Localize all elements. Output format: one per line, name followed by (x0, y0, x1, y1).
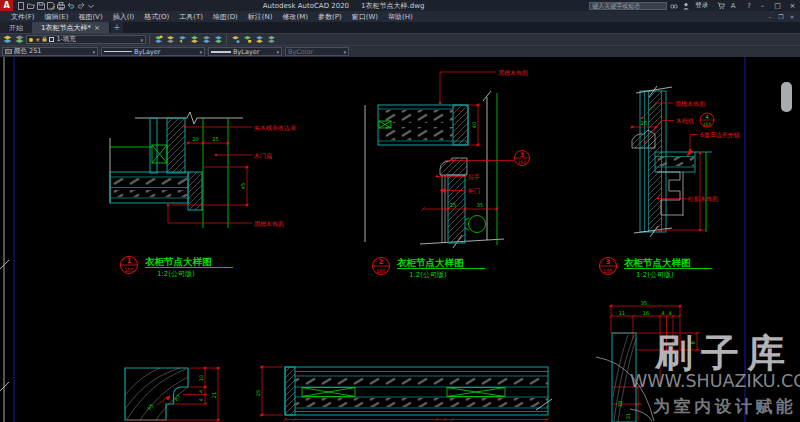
qat-customize-dropdown-icon[interactable] (86, 1, 95, 10)
window-title-product: Autodesk AutoCAD 2020 (257, 2, 355, 10)
drawing-canvas[interactable]: 20 25 45 实木线条收边条 木门扇 黑檀木饰面 1 155 衣柜节点大样图… (0, 57, 800, 422)
d2-detail-marker: 3 155 (515, 151, 530, 166)
lineweight-caret-icon[interactable]: ▾ (276, 49, 279, 55)
doc-close-button[interactable]: × (787, 13, 797, 20)
menu-item-edit[interactable]: 编辑(E) (40, 12, 74, 22)
detail-drawing-1: 20 25 45 实木线条收边条 木门扇 黑檀木饰面 (110, 112, 296, 228)
d2-annotation-door: 柜门 (467, 187, 480, 194)
layer-color-swatch[interactable] (49, 37, 54, 42)
d1-dim-25: 25 (212, 136, 218, 142)
layer-tool-previous-icon[interactable] (177, 35, 187, 45)
bl-dim-10: 10 (198, 375, 204, 381)
br-dim-total: 35 (641, 300, 647, 306)
layer-tool-off-icon[interactable] (230, 35, 240, 45)
menu-item-modify[interactable]: 修改(M) (277, 12, 313, 22)
linetype-label: ByLayer (134, 48, 160, 56)
signin-avatar-icon[interactable] (681, 1, 691, 11)
layer-dropdown[interactable]: ☀ 1-填充 ▾ (26, 35, 146, 44)
qat-redo-icon[interactable] (76, 1, 85, 10)
layer-properties-icon[interactable] (2, 35, 12, 45)
menu-item-tools[interactable]: 工具(T) (174, 12, 208, 22)
doc-minimize-button[interactable]: – (765, 13, 775, 20)
panel-bottom-middle: 25 (255, 365, 552, 421)
search-binoculars-icon[interactable] (669, 1, 679, 11)
window-title: Autodesk AutoCAD 20201衣柜节点大样.dwg (98, 1, 589, 11)
svg-text:2: 2 (379, 258, 384, 266)
color-caret-icon[interactable]: ▾ (92, 49, 95, 55)
layer-tool-match-icon[interactable] (165, 35, 175, 45)
toolbar-separator (149, 35, 150, 44)
layer-dropdown-caret-icon[interactable]: ▾ (140, 37, 143, 43)
menu-item-parametric[interactable]: 参数(P) (313, 12, 347, 22)
layer-tool-freeze-icon[interactable] (213, 35, 223, 45)
svg-text:155: 155 (124, 267, 134, 273)
layer-states-icon[interactable] (14, 35, 24, 45)
svg-text:衣柜节点大样图: 衣柜节点大样图 (623, 257, 691, 268)
quick-access-toolbar (13, 1, 98, 10)
detail-title-1: 1 155 衣柜节点大样图 1:2(公司版) (121, 256, 234, 278)
qat-plot-icon[interactable] (56, 1, 65, 10)
app-store-cart-icon[interactable] (716, 1, 726, 11)
svg-text:衣柜节点大样图: 衣柜节点大样图 (144, 256, 212, 267)
sign-in-label[interactable]: 登录 (693, 1, 710, 10)
layer-tool-walk-icon[interactable] (254, 35, 264, 45)
layer-tool-merge-icon[interactable] (266, 35, 276, 45)
qat-open-icon[interactable] (26, 1, 35, 10)
help-icon[interactable]: ? (744, 1, 754, 11)
tab-start[interactable]: 开始 (0, 22, 32, 33)
layer-toolbar: ☀ 1-填充 ▾ (0, 33, 800, 45)
new-tab-button[interactable]: + (111, 22, 123, 33)
tab-drawing[interactable]: 1衣柜节点大样* × (32, 22, 109, 33)
linetype-caret-icon[interactable]: ▾ (199, 49, 202, 55)
doc-restore-button[interactable]: ❐ (776, 13, 786, 20)
qat-save-icon[interactable] (36, 1, 45, 10)
minimize-button[interactable]: – (756, 0, 769, 11)
menu-item-file[interactable]: 文件(F) (6, 12, 40, 22)
layer-thaw-sun-icon[interactable]: ☀ (35, 37, 40, 43)
linetype-dropdown[interactable]: ByLayer ▾ (101, 47, 205, 56)
layer-lock-icon[interactable] (42, 36, 47, 44)
menu-item-format[interactable]: 格式(O) (139, 12, 174, 22)
menu-item-dimension[interactable]: 标注(N) (243, 12, 278, 22)
d3-annotation-top: 黑檀木饰面 (675, 100, 705, 108)
close-button[interactable]: × (786, 0, 799, 11)
lineweight-dropdown[interactable]: ByLayer ▾ (208, 47, 282, 56)
menu-item-draw[interactable]: 绘图(D) (208, 12, 243, 22)
qat-saveas-icon[interactable] (46, 1, 55, 10)
d1-dim-45: 45 (240, 183, 246, 189)
canvas-scrollbar-thumb[interactable] (781, 82, 792, 112)
svg-text:155: 155 (603, 268, 613, 274)
color-dropdown[interactable]: 颜色 251 ▾ (2, 47, 98, 56)
detail-title-2: 2 155 衣柜节点大样图 1:2(公司版) (373, 257, 486, 279)
menu-item-insert[interactable]: 插入(I) (108, 12, 140, 22)
layer-tool-lock-icon[interactable] (242, 35, 252, 45)
menu-item-window[interactable]: 窗口(W) (347, 12, 383, 22)
lineweight-sample (211, 51, 231, 53)
search-box (589, 2, 667, 10)
autodesk-account-icon[interactable]: A (728, 1, 738, 11)
layer-tool-make-current-icon[interactable] (153, 35, 163, 45)
svg-text:1:2(公司版): 1:2(公司版) (409, 271, 447, 279)
tab-close-icon[interactable]: × (94, 24, 100, 32)
tab-drawing-label: 1衣柜节点大样* (41, 23, 91, 33)
layer-tool-unisolate-icon[interactable] (201, 35, 211, 45)
bl-dim-4b: 4 (198, 398, 204, 401)
plotstyle-dropdown[interactable]: ByColor ▾ (285, 47, 349, 56)
layer-tool-isolate-icon[interactable] (189, 35, 199, 45)
qat-new-icon[interactable] (16, 1, 25, 10)
search-input[interactable] (590, 2, 666, 9)
qat-undo-icon[interactable] (66, 1, 75, 10)
layer-on-bulb-icon[interactable] (29, 38, 33, 42)
current-color-swatch (5, 49, 12, 54)
svg-text:衣柜节点大样图: 衣柜节点大样图 (396, 257, 464, 268)
svg-text:1: 1 (127, 257, 132, 265)
menu-item-help[interactable]: 帮助(H) (383, 12, 418, 22)
plotstyle-caret-icon[interactable]: ▾ (343, 49, 346, 55)
br-dim-11: 11 (619, 310, 625, 316)
restore-button[interactable]: □ (771, 0, 784, 11)
linetype-sample (104, 51, 132, 52)
bl-radius-r5: R5 (146, 402, 155, 411)
menu-item-view[interactable]: 视图(V) (73, 12, 107, 22)
autocad-logo-icon[interactable]: A (0, 0, 13, 11)
bl-radius-r7: R7 (173, 393, 182, 402)
